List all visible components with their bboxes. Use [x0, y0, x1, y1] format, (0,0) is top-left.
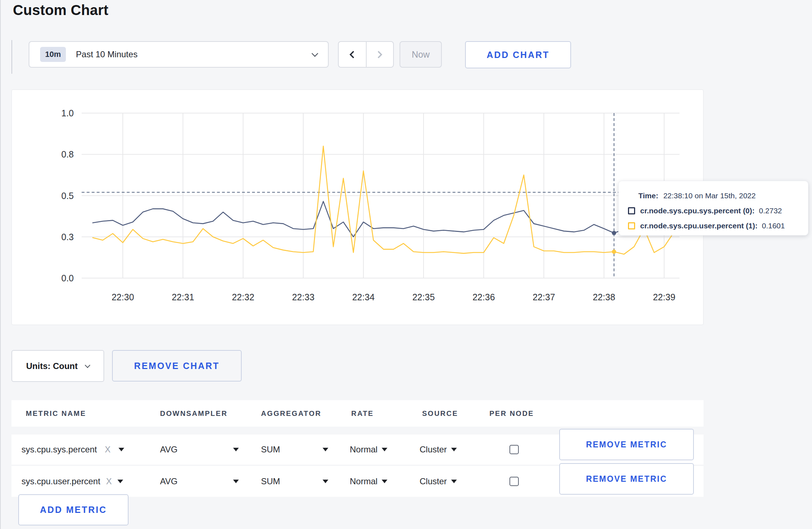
source-value: Cluster [420, 445, 447, 455]
source-value: Cluster [420, 476, 447, 486]
rate-select[interactable]: Normal [350, 466, 387, 497]
chevron-down-icon [311, 50, 318, 57]
tooltip-series-row: cr.node.sys.cpu.sys.percent (0): 0.2732 [628, 203, 808, 218]
now-button-label: Now [412, 49, 430, 60]
col-header-aggregator: AGGREGATOR [261, 400, 322, 427]
source-select[interactable]: Cluster [420, 466, 457, 497]
caret-down-icon [382, 480, 387, 483]
chart-tooltip: Time: 22:38:10 on Mar 15th, 2022 cr.node… [618, 181, 808, 236]
svg-text:0.0: 0.0 [61, 273, 74, 283]
units-select[interactable]: Units: Count [11, 350, 104, 382]
custom-chart-page: Custom Chart 10m Past 10 Minutes Now ADD… [0, 0, 812, 529]
remove-chart-label: REMOVE CHART [134, 361, 220, 371]
svg-text:22:35: 22:35 [412, 292, 435, 302]
metrics-table-header: METRIC NAME DOWNSAMPLER AGGREGATOR RATE … [11, 400, 704, 427]
page-title: Custom Chart [13, 2, 108, 18]
now-button[interactable]: Now [400, 41, 442, 68]
units-label: Units: Count [26, 361, 78, 371]
tooltip-time-label: Time: [638, 191, 658, 200]
add-chart-label: ADD CHART [487, 50, 550, 60]
metric-name-select[interactable]: sys.cpu.user.percent X [21, 466, 123, 497]
svg-text:22:31: 22:31 [172, 292, 194, 302]
col-header-source: SOURCE [422, 400, 458, 427]
caret-down-icon [233, 480, 239, 483]
tooltip-time-value: 22:38:10 on Mar 15th, 2022 [663, 191, 756, 200]
time-step-group [338, 41, 394, 68]
caret-down-icon [382, 448, 387, 451]
chart-canvas[interactable]: 1.00.80.50.30.022:3022:3122:3222:3322:34… [12, 90, 703, 325]
caret-down-icon [233, 448, 239, 451]
svg-text:1.0: 1.0 [61, 108, 74, 118]
remove-chart-button[interactable]: REMOVE CHART [112, 350, 242, 382]
rate-value: Normal [350, 445, 377, 455]
caret-down-icon [323, 480, 328, 483]
remove-metric-label: REMOVE METRIC [586, 440, 667, 450]
col-header-metric-name: METRIC NAME [26, 400, 86, 427]
caret-down-icon [119, 448, 124, 451]
aggregator-select[interactable]: SUM [261, 466, 328, 497]
chevron-down-icon [85, 362, 91, 368]
col-header-rate: RATE [351, 400, 374, 427]
caret-down-icon [451, 448, 457, 451]
downsampler-value: AVG [160, 445, 178, 455]
tooltip-series-name: cr.node.sys.cpu.user.percent (1): [640, 222, 758, 230]
svg-text:22:30: 22:30 [112, 292, 134, 302]
aggregator-value: SUM [261, 445, 280, 455]
rate-value: Normal [350, 476, 377, 486]
add-metric-button[interactable]: ADD METRIC [18, 494, 129, 525]
remove-metric-label: REMOVE METRIC [586, 474, 667, 484]
svg-text:22:32: 22:32 [232, 292, 255, 302]
svg-text:22:37: 22:37 [533, 292, 555, 302]
chart-card: 1.00.80.50.30.022:3022:3122:3222:3322:34… [11, 89, 704, 325]
toolbar-divider [11, 40, 12, 74]
series-swatch-icon [628, 207, 635, 214]
source-select[interactable]: Cluster [420, 435, 457, 465]
per-node-checkbox[interactable] [509, 477, 519, 486]
time-range-select[interactable]: 10m Past 10 Minutes [29, 41, 329, 68]
caret-down-icon [117, 480, 123, 483]
svg-text:22:39: 22:39 [653, 292, 676, 302]
metric-name: sys.cpu.sys.percent [21, 445, 97, 455]
add-chart-button[interactable]: ADD CHART [465, 41, 571, 68]
downsampler-select[interactable]: AVG [160, 466, 239, 497]
svg-text:22:36: 22:36 [473, 292, 495, 302]
caret-down-icon [451, 480, 457, 483]
prev-time-button[interactable] [339, 42, 366, 67]
tooltip-series-row: cr.node.sys.cpu.user.percent (1): 0.1601 [628, 218, 808, 233]
tooltip-series-name: cr.node.sys.cpu.sys.percent (0): [640, 207, 755, 215]
remove-metric-button[interactable]: REMOVE METRIC [559, 463, 694, 495]
time-range-label: Past 10 Minutes [76, 49, 313, 59]
downsampler-select[interactable]: AVG [160, 435, 239, 465]
remove-metric-x-icon[interactable]: X [105, 445, 111, 455]
svg-text:22:38: 22:38 [593, 292, 615, 302]
per-node-checkbox[interactable] [509, 445, 519, 454]
remove-metric-x-icon[interactable]: X [106, 476, 112, 486]
next-time-button[interactable] [366, 42, 393, 67]
remove-metric-button[interactable]: REMOVE METRIC [559, 429, 694, 460]
caret-down-icon [323, 448, 328, 451]
chevron-left-icon [349, 50, 357, 58]
col-header-per-node: PER NODE [489, 400, 534, 427]
svg-text:0.8: 0.8 [61, 149, 74, 159]
aggregator-select[interactable]: SUM [261, 435, 328, 465]
aggregator-value: SUM [261, 476, 280, 486]
svg-text:0.3: 0.3 [61, 232, 74, 242]
tooltip-series-value: 0.2732 [759, 207, 782, 215]
downsampler-value: AVG [160, 476, 178, 486]
metric-name: sys.cpu.user.percent [21, 476, 100, 486]
series-swatch-icon [628, 222, 635, 229]
svg-text:22:33: 22:33 [292, 292, 315, 302]
rate-select[interactable]: Normal [350, 435, 387, 465]
tooltip-series-value: 0.1601 [762, 222, 785, 230]
add-metric-label: ADD METRIC [40, 505, 107, 515]
svg-text:0.5: 0.5 [61, 191, 74, 201]
tooltip-time-row: Time: 22:38:10 on Mar 15th, 2022 [628, 188, 808, 203]
metric-name-select[interactable]: sys.cpu.sys.percent X [21, 435, 124, 465]
time-range-badge: 10m [40, 47, 66, 62]
svg-text:22:34: 22:34 [352, 292, 375, 302]
col-header-downsampler: DOWNSAMPLER [160, 400, 228, 427]
chevron-right-icon [375, 50, 382, 58]
